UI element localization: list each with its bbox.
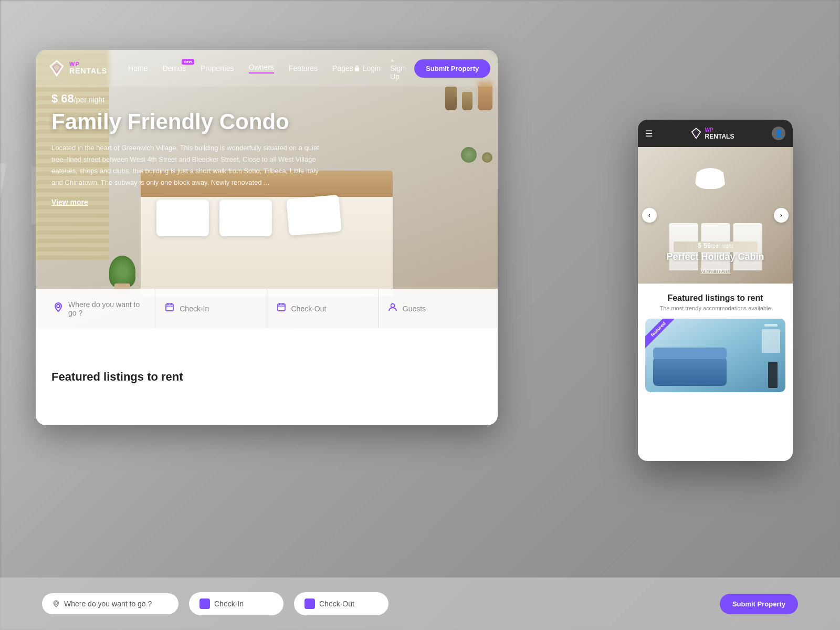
carousel-prev-button[interactable]: ‹ <box>642 208 657 223</box>
nav-pages[interactable]: Pages <box>332 64 353 72</box>
mobile-featured-subtitle: The most trendy accommodations available <box>645 305 785 311</box>
mobile-featured-title: Featured listings to rent <box>645 293 785 303</box>
thumbnail-bg <box>645 319 785 392</box>
demos-badge: new <box>182 59 194 65</box>
svg-point-15 <box>55 602 58 604</box>
bottom-location-placeholder: Where do you want to go ? <box>64 600 152 608</box>
sofa-back <box>653 348 727 359</box>
mobile-logo: WP RENTALS <box>690 127 734 140</box>
checkout-field[interactable]: Check-Out <box>267 289 379 328</box>
logo-rentals: RENTALS <box>69 67 107 75</box>
mobile-hero-content: $ 59/per night Perfect Holiday Cabin Vie… <box>638 242 793 275</box>
featured-listings-title: Featured listings to rent <box>51 370 183 384</box>
logo-diamond-icon <box>48 60 65 77</box>
mobile-featured-section: Featured listings to rent The most trend… <box>638 284 793 398</box>
view-more-link[interactable]: View more <box>51 198 88 206</box>
sofa <box>653 357 727 386</box>
hero-description: Located in the heart of Greenwich Villag… <box>51 142 324 188</box>
svg-rect-8 <box>278 304 285 311</box>
bottom-checkin-field[interactable]: Check-In <box>189 592 284 615</box>
bottom-checkout-field[interactable]: Check-Out <box>294 592 388 615</box>
submit-property-button[interactable]: Submit Property <box>414 59 490 78</box>
desktop-card: WP RENTALS Home Demos new Properties Own… <box>36 50 498 425</box>
hero-content: $ 68/per night Family Friendly Condo Loc… <box>51 92 324 207</box>
mobile-navigation: ☰ WP RENTALS 👤 <box>638 120 793 147</box>
price-display: $ 68/per night <box>51 92 324 106</box>
mobile-logo-text: WP RENTALS <box>705 127 734 140</box>
mobile-user-avatar[interactable]: 👤 <box>772 127 785 140</box>
guests-icon <box>388 302 397 314</box>
bottom-location-icon <box>52 600 60 607</box>
guests-label: Guests <box>403 304 426 313</box>
location-icon <box>54 302 63 314</box>
picture-frame-2 <box>762 329 780 353</box>
bottom-submit-button[interactable]: Submit Property <box>720 594 798 614</box>
bed <box>141 192 393 297</box>
nav-demos[interactable]: Demos new <box>162 64 185 72</box>
bottom-checkout-label: Check-Out <box>319 600 354 608</box>
bottom-checkin-icon <box>200 598 210 609</box>
vase <box>445 87 457 110</box>
svg-point-12 <box>391 304 394 308</box>
navigation: WP RENTALS Home Demos new Properties Own… <box>36 50 498 87</box>
bottom-checkin-label: Check-In <box>214 600 244 608</box>
mobile-property-thumbnail[interactable]: featured <box>645 319 785 392</box>
mobile-lamp <box>702 152 729 194</box>
carousel-next-button[interactable]: › <box>774 208 789 223</box>
lamp-stand <box>768 362 778 388</box>
signup-link[interactable]: + Sign Up <box>390 56 405 81</box>
nav-properties[interactable]: Properties <box>201 64 234 72</box>
logo-text: WP RENTALS <box>69 61 107 75</box>
checkin-field[interactable]: Check-In <box>155 289 267 328</box>
mobile-property-title: Perfect Holiday Cabin <box>638 251 793 262</box>
svg-marker-0 <box>50 61 63 76</box>
mobile-logo-diamond-icon <box>690 128 702 139</box>
plant-ball-2 <box>482 152 492 163</box>
bottom-location-field[interactable]: Where do you want to go ? <box>42 593 178 614</box>
vase <box>462 92 472 110</box>
nav-actions: Login + Sign Up Submit Property <box>353 56 490 81</box>
mobile-price: $ 59/per night <box>638 242 793 249</box>
hero-section: WP RENTALS Home Demos new Properties Own… <box>36 50 498 328</box>
plant-ball <box>461 147 477 163</box>
picture-frame <box>764 324 778 327</box>
location-field[interactable]: Where do you want to go ? <box>44 289 155 328</box>
logo: WP RENTALS <box>48 60 107 77</box>
hamburger-icon[interactable]: ☰ <box>645 129 653 139</box>
mobile-hero: ‹ › $ 59/per night Perfect Holiday Cabin… <box>638 147 793 284</box>
lock-icon <box>353 65 361 72</box>
login-link[interactable]: Login <box>353 64 381 72</box>
svg-marker-13 <box>691 128 700 138</box>
price-amount: $ 68 <box>51 92 74 105</box>
bottom-checkout-icon <box>304 598 315 609</box>
checkin-label: Check-In <box>180 304 209 313</box>
bottom-bar: Where do you want to go ? Check-In Check… <box>0 578 840 630</box>
guests-field[interactable]: Guests <box>379 289 489 328</box>
mobile-view-more-link[interactable]: View more <box>700 267 730 275</box>
price-unit: /per night <box>74 96 104 104</box>
search-bar: Where do you want to go ? Check-In Check… <box>36 289 498 328</box>
mobile-card: ☰ WP RENTALS 👤 <box>638 120 793 461</box>
location-placeholder: Where do you want to go ? <box>68 300 145 317</box>
svg-rect-4 <box>166 304 173 311</box>
nav-home[interactable]: Home <box>128 64 148 72</box>
nav-owners[interactable]: Owners <box>249 63 274 74</box>
white-section: Featured listings to rent <box>36 328 498 425</box>
checkout-label: Check-Out <box>291 304 327 313</box>
checkin-icon <box>165 302 174 314</box>
hero-title: Family Friendly Condo <box>51 110 324 134</box>
nav-links: Home Demos new Properties Owners Feature… <box>128 63 353 74</box>
svg-point-3 <box>57 304 60 308</box>
checkout-icon <box>277 302 286 314</box>
nav-features[interactable]: Features <box>289 64 318 72</box>
plant-leaves <box>109 256 135 287</box>
svg-rect-2 <box>355 68 359 71</box>
